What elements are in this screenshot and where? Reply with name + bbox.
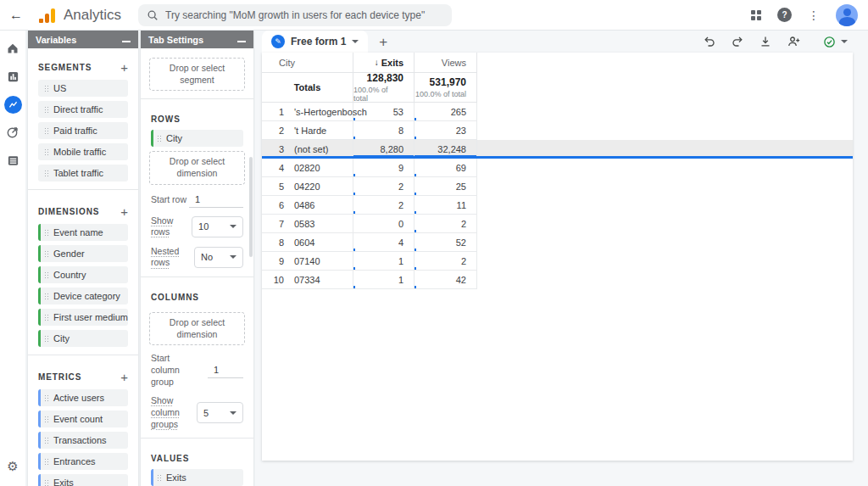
drag-handle-icon xyxy=(44,314,48,321)
add-metric-icon[interactable]: + xyxy=(120,371,128,383)
row-index: 4 xyxy=(262,163,284,173)
table-row[interactable]: 6 0486 2 11 xyxy=(262,196,853,215)
table-row[interactable]: 5 04220 2 25 xyxy=(262,177,853,196)
metrics-label: METRICS xyxy=(38,372,81,382)
city-value: 04220 xyxy=(294,182,320,192)
chip-city[interactable]: City xyxy=(151,130,243,147)
table-row[interactable]: 4 02820 9 69 xyxy=(262,159,853,177)
reports-icon[interactable] xyxy=(3,67,22,86)
add-dimension-icon[interactable]: + xyxy=(120,205,128,218)
chip-event-name[interactable]: Event name xyxy=(38,224,128,241)
columns-label: COLUMNS xyxy=(151,293,199,302)
start-row-input[interactable]: 1 xyxy=(189,193,243,208)
columns-dimension-dropzone[interactable]: Drop or select dimension xyxy=(149,312,245,345)
settings-gear-icon[interactable]: ⚙ xyxy=(3,457,22,476)
chip-device-category[interactable]: Device category xyxy=(38,288,128,304)
search-input[interactable] xyxy=(165,9,443,21)
chip-transactions[interactable]: Transactions xyxy=(38,432,128,449)
nav-rail: ⚙ xyxy=(0,31,25,486)
exits-value: 1 xyxy=(398,275,403,285)
back-arrow-icon[interactable]: ← xyxy=(0,0,32,31)
chevron-down-icon xyxy=(230,225,236,228)
account-avatar[interactable] xyxy=(836,4,858,26)
drag-handle-icon xyxy=(44,250,48,258)
share-users-icon[interactable] xyxy=(787,35,801,48)
show-column-groups-select[interactable]: 5 xyxy=(197,402,243,423)
chip-tablet-traffic[interactable]: Tablet traffic xyxy=(38,165,128,182)
column-header-city[interactable]: City xyxy=(262,53,353,73)
nested-rows-select[interactable]: No xyxy=(194,247,243,268)
chip-city[interactable]: City xyxy=(38,330,128,347)
canvas-toolbar xyxy=(703,33,868,51)
approve-status-button[interactable] xyxy=(815,33,855,51)
views-value: 52 xyxy=(456,237,466,248)
tab-strip: ✎ Free form 1 + xyxy=(255,31,868,53)
exits-value: 2 xyxy=(398,200,403,210)
table-row[interactable]: 8 0604 4 52 xyxy=(262,233,853,252)
table-row[interactable]: 7 0583 0 2 xyxy=(262,215,853,233)
drag-handle-icon xyxy=(44,335,48,343)
table-row[interactable]: 2 't Harde 8 23 xyxy=(262,121,853,140)
chip-entrances[interactable]: Entrances xyxy=(38,453,128,470)
chip-first-user-medium[interactable]: First user medium xyxy=(38,309,128,326)
tab-free-form-1[interactable]: ✎ Free form 1 xyxy=(262,31,368,53)
table-row[interactable]: 3 (not set) 8,280 32,248 xyxy=(262,140,853,159)
views-bar xyxy=(415,174,416,176)
views-bar xyxy=(415,286,416,288)
chip-direct-traffic[interactable]: Direct traffic xyxy=(38,101,128,118)
chip-country[interactable]: Country xyxy=(38,266,128,283)
help-icon[interactable]: ? xyxy=(777,8,792,22)
exits-value: 4 xyxy=(398,237,403,248)
panel-scrollbar[interactable] xyxy=(249,157,253,257)
column-header-views[interactable]: Views xyxy=(415,53,477,73)
undo-icon[interactable] xyxy=(703,35,716,48)
start-column-group-input[interactable]: 1 xyxy=(208,363,243,378)
chip-label: Event count xyxy=(53,414,103,424)
views-value: 11 xyxy=(457,200,466,210)
table-row[interactable]: 9 07140 1 2 xyxy=(262,252,853,271)
redo-icon[interactable] xyxy=(731,35,744,48)
drag-handle-icon xyxy=(44,148,48,156)
chip-label: Gender xyxy=(53,249,85,259)
chip-exits[interactable]: Exits xyxy=(38,474,128,486)
chip-event-count[interactable]: Event count xyxy=(38,411,128,427)
more-options-icon[interactable]: ⋮ xyxy=(808,8,820,22)
views-value: 25 xyxy=(456,182,466,192)
chip-exits[interactable]: Exits xyxy=(151,469,243,486)
add-tab-icon[interactable]: + xyxy=(379,35,387,49)
city-value: 07334 xyxy=(294,275,320,285)
explore-icon[interactable] xyxy=(3,95,22,114)
chip-mobile-traffic[interactable]: Mobile traffic xyxy=(38,143,128,160)
search-bar[interactable] xyxy=(138,4,452,26)
add-segment-icon[interactable]: + xyxy=(120,61,128,74)
advertising-icon[interactable] xyxy=(3,123,22,142)
totals-row: Totals 128,830 100.0% of total 531,970 1… xyxy=(262,73,477,103)
segment-dropzone[interactable]: Drop or select segment xyxy=(149,58,245,91)
download-icon[interactable] xyxy=(759,35,772,48)
drag-handle-icon xyxy=(44,293,48,300)
divider xyxy=(141,98,253,99)
rows-dimension-dropzone[interactable]: Drop or select dimension xyxy=(149,151,245,184)
exits-value: 1 xyxy=(398,256,403,266)
minimize-tab-settings-icon[interactable] xyxy=(237,36,246,44)
views-value: 69 xyxy=(456,163,466,173)
show-rows-select[interactable]: 10 xyxy=(192,216,243,237)
views-value: 32,248 xyxy=(437,144,466,154)
table-row[interactable]: 10 07334 1 42 xyxy=(262,271,853,289)
column-header-exits[interactable]: ↓ Exits xyxy=(353,53,415,73)
library-icon[interactable] xyxy=(3,151,22,170)
home-icon[interactable] xyxy=(3,39,22,58)
city-value: 0604 xyxy=(294,237,314,248)
row-index: 8 xyxy=(262,237,284,248)
apps-grid-icon[interactable] xyxy=(751,10,761,20)
row-index: 6 xyxy=(262,200,284,210)
chip-label: Tablet traffic xyxy=(53,168,103,178)
show-column-groups-label: Show column groups xyxy=(151,395,197,430)
chip-gender[interactable]: Gender xyxy=(38,245,128,262)
chip-active-users[interactable]: Active users xyxy=(38,389,128,406)
chip-us[interactable]: US xyxy=(38,80,128,97)
chip-paid-traffic[interactable]: Paid traffic xyxy=(38,122,128,139)
city-value: 07140 xyxy=(294,256,320,266)
minimize-variables-icon[interactable] xyxy=(122,36,131,44)
table-row[interactable]: 1 's-Hertogenbosch 53 265 xyxy=(262,103,853,121)
